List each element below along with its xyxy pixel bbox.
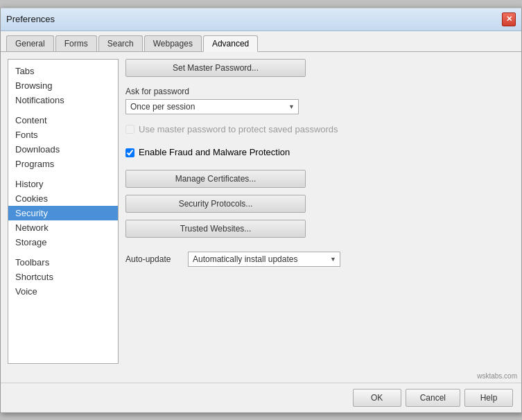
set-master-password-row: Set Master Password...: [125, 59, 514, 77]
sidebar-item-voice[interactable]: Voice: [8, 284, 118, 299]
enable-fraud-label: Enable Fraud and Malware Protection: [139, 147, 290, 157]
sidebar-item-network[interactable]: Network: [8, 220, 118, 235]
sidebar-item-tabs[interactable]: Tabs: [8, 64, 118, 78]
trusted-websites-button[interactable]: Trusted Websites...: [125, 220, 306, 238]
bottom-bar: OK Cancel Help: [1, 383, 521, 412]
trusted-websites-row: Trusted Websites...: [125, 220, 514, 238]
enable-fraud-row: Enable Fraud and Malware Protection: [125, 147, 514, 157]
use-master-password-checkbox[interactable]: [125, 125, 134, 134]
close-button[interactable]: ✕: [502, 12, 516, 26]
sidebar-item-storage[interactable]: Storage: [8, 235, 118, 250]
sidebar-item-programs[interactable]: Programs: [8, 157, 118, 171]
tab-search[interactable]: Search: [98, 35, 143, 51]
tab-bar: General Forms Search Webpages Advanced: [1, 31, 521, 52]
ok-button[interactable]: OK: [353, 389, 401, 407]
sidebar-item-security[interactable]: Security: [8, 206, 118, 220]
sidebar-item-content[interactable]: Content: [8, 113, 118, 128]
sidebar-divider-2: [8, 171, 118, 177]
title-bar: Preferences ✕: [1, 8, 521, 31]
main-panel: Set Master Password... Ask for password …: [125, 59, 514, 364]
auto-update-dropdown-container: Automatically install updates Check but …: [188, 252, 340, 267]
auto-update-row: Auto-update Automatically install update…: [125, 252, 514, 267]
sidebar-item-notifications[interactable]: Notifications: [8, 93, 118, 107]
tab-forms[interactable]: Forms: [55, 35, 97, 51]
use-master-password-label: Use master password to protect saved pas…: [139, 124, 338, 134]
security-protocols-button[interactable]: Security Protocols...: [125, 195, 306, 213]
password-dropdown[interactable]: Once per session Every time Never: [125, 99, 299, 114]
sidebar-item-shortcuts[interactable]: Shortcuts: [8, 270, 118, 284]
ask-for-password-section: Ask for password Once per session Every …: [125, 84, 514, 114]
preferences-window: Preferences ✕ General Forms Search Webpa…: [0, 8, 522, 413]
window-title: Preferences: [6, 14, 55, 24]
password-dropdown-wrapper: Once per session Every time Never: [125, 99, 514, 114]
sidebar-item-fonts[interactable]: Fonts: [8, 128, 118, 142]
use-master-password-row: Use master password to protect saved pas…: [125, 124, 514, 134]
set-master-password-button[interactable]: Set Master Password...: [125, 59, 306, 77]
security-protocols-row: Security Protocols...: [125, 195, 514, 213]
tab-advanced[interactable]: Advanced: [203, 35, 258, 52]
auto-update-label: Auto-update: [125, 254, 181, 264]
sidebar-group-1: Tabs Browsing Notifications: [8, 64, 118, 107]
manage-certificates-button[interactable]: Manage Certificates...: [125, 170, 306, 188]
tab-general[interactable]: General: [6, 35, 54, 51]
sidebar-group-2: Content Fonts Downloads Programs: [8, 113, 118, 171]
cancel-button[interactable]: Cancel: [406, 389, 460, 407]
help-button[interactable]: Help: [464, 389, 513, 407]
content-area: Tabs Browsing Notifications Content Font…: [1, 52, 521, 371]
manage-certificates-row: Manage Certificates...: [125, 170, 514, 188]
auto-update-dropdown[interactable]: Automatically install updates Check but …: [188, 252, 340, 267]
watermark: wsktabs.com: [1, 371, 521, 383]
sidebar-divider-1: [8, 107, 118, 113]
sidebar-group-4: Toolbars Shortcuts Voice: [8, 255, 118, 299]
sidebar-item-browsing[interactable]: Browsing: [8, 78, 118, 93]
sidebar-item-downloads[interactable]: Downloads: [8, 142, 118, 157]
password-dropdown-container: Once per session Every time Never: [125, 99, 299, 114]
sidebar-divider-3: [8, 250, 118, 255]
ask-for-password-label: Ask for password: [125, 87, 514, 96]
sidebar-item-toolbars[interactable]: Toolbars: [8, 255, 118, 270]
sidebar-item-cookies[interactable]: Cookies: [8, 191, 118, 206]
sidebar-group-3: History Cookies Security Network Storage: [8, 177, 118, 250]
tab-webpages[interactable]: Webpages: [144, 35, 202, 51]
sidebar: Tabs Browsing Notifications Content Font…: [8, 59, 119, 364]
enable-fraud-checkbox[interactable]: [125, 148, 134, 157]
sidebar-item-history[interactable]: History: [8, 177, 118, 191]
